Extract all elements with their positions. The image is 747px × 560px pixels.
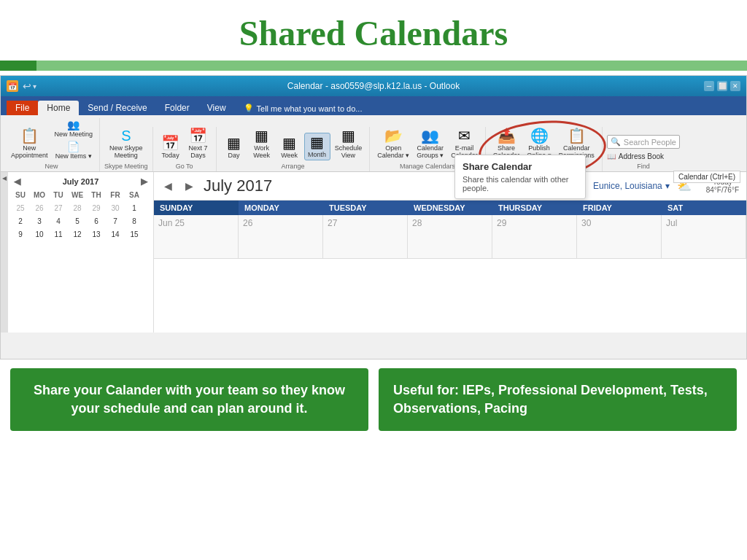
title-bar-left: 📅 ↩ ▾	[7, 80, 36, 92]
workweek-button[interactable]: ▦ WorkWeek	[249, 127, 275, 160]
redo-icon[interactable]: ▾	[33, 82, 36, 90]
ribbon-group-arrange: ▦ Day ▦ WorkWeek ▦ Week ▦ Month	[217, 127, 371, 171]
next7-icon: 📅	[189, 128, 207, 143]
find-group-items: 🔍 Search People 📖 Address Book	[607, 135, 680, 160]
calendar-grid-body: Jun 25 26 27 28 29 30 Jul	[154, 215, 746, 259]
today-button[interactable]: 📅 Today	[158, 134, 184, 160]
close-button[interactable]: ✕	[730, 81, 740, 91]
tab-home[interactable]: Home	[38, 101, 79, 115]
schedule-icon: ▦	[341, 128, 355, 143]
tab-folder[interactable]: Folder	[156, 101, 198, 115]
ribbon-group-skype: S New SkypeMeeting Skype Meeting	[100, 127, 153, 171]
mini-cal-prev[interactable]: ◀	[14, 176, 20, 187]
mini-cal-cell-15[interactable]: 15	[125, 228, 144, 241]
address-book-button[interactable]: 📖 Address Book	[607, 152, 680, 160]
mini-cal-cell-11[interactable]: 11	[49, 228, 68, 241]
goto-group-items: 📅 Today 📅 Next 7Days	[158, 127, 212, 160]
mini-cal-cell-26[interactable]: 26	[30, 201, 49, 214]
mini-cal-day-tu: TU	[49, 188, 68, 201]
cal-cell-jun28[interactable]: 28	[408, 215, 492, 259]
mini-cal-cell-14[interactable]: 14	[106, 228, 125, 241]
cal-header-friday: FRIDAY	[577, 201, 662, 215]
title-section: Shared Calendars	[0, 0, 747, 61]
open-calendar-button[interactable]: 📂 OpenCalendar ▾	[374, 127, 412, 160]
mini-cal-cell-5[interactable]: 5	[68, 214, 87, 228]
mini-cal-cell-7[interactable]: 7	[106, 214, 125, 228]
cal-cell-jun29[interactable]: 29	[492, 215, 577, 259]
color-bar-dark	[0, 61, 36, 71]
cal-header-tuesday: TUESDAY	[323, 201, 408, 215]
calendar-month-title: July 2017	[204, 176, 272, 195]
mini-cal-cell-10[interactable]: 10	[30, 228, 49, 241]
title-bar: 📅 ↩ ▾ Calendar - aso0559@slp.k12.la.us -…	[1, 76, 746, 96]
cal-cell-jun27[interactable]: 27	[323, 215, 408, 259]
schedule-button[interactable]: ▦ ScheduleView	[332, 127, 365, 160]
cal-cell-jul1[interactable]: Jul	[662, 215, 746, 259]
mini-cal-cell-3[interactable]: 3	[30, 214, 49, 228]
new-meeting-button[interactable]: 👥 New Meeting	[53, 118, 96, 139]
location-chevron: ▾	[665, 181, 670, 191]
mini-cal-cell-27[interactable]: 27	[49, 201, 68, 214]
cal-cell-jun30[interactable]: 30	[577, 215, 662, 259]
tab-tell-me[interactable]: 💡 Tell me what you want to do...	[235, 101, 371, 115]
mini-cal-cell-13[interactable]: 13	[87, 228, 106, 241]
page-title: Shared Calendars	[0, 13, 747, 53]
next7-button[interactable]: 📅 Next 7Days	[185, 127, 212, 160]
skype-group-items: S New SkypeMeeting	[107, 127, 146, 160]
mini-cal-cell-28[interactable]: 28	[68, 201, 87, 214]
calendar-day-headers: SUNDAY MONDAY TUESDAY WEDNESDAY THURSDAY…	[154, 201, 746, 215]
calendar-groups-button[interactable]: 👥 CalendarGroups ▾	[414, 127, 446, 160]
mini-cal-cell-29[interactable]: 29	[87, 201, 106, 214]
mini-cal-cell-25[interactable]: 25	[11, 201, 30, 214]
arrange-group-label: Arrange	[281, 163, 304, 170]
mini-cal-day-th: TH	[87, 188, 106, 201]
cal-header-wednesday: WEDNESDAY	[408, 201, 492, 215]
tab-view[interactable]: View	[198, 101, 235, 115]
appointment-label: NewAppointment	[11, 144, 48, 159]
week-button[interactable]: ▦ Week	[276, 134, 303, 160]
tab-send-receive[interactable]: Send / Receive	[79, 101, 155, 115]
cal-prev-button[interactable]: ◀	[161, 180, 175, 192]
skype-group-label: Skype Meeting	[104, 163, 148, 170]
shortcut-text: Calendar (Ctrl+E)	[678, 173, 735, 181]
mini-cal-cell-30[interactable]: 30	[106, 201, 125, 214]
mini-cal-next[interactable]: ▶	[141, 176, 147, 187]
new-appointment-button[interactable]: 📋 NewAppointment	[8, 127, 51, 160]
mini-cal-cell-12[interactable]: 12	[68, 228, 87, 241]
minimize-button[interactable]: ─	[704, 81, 714, 91]
cal-cell-jun25[interactable]: Jun 25	[154, 215, 239, 259]
today-label: Today	[162, 152, 179, 159]
address-book-label: Address Book	[619, 152, 664, 160]
sidebar-container: ◀ ◀ July 2017 ▶ SU MO TU WE TH	[1, 172, 154, 332]
tab-file[interactable]: File	[7, 101, 38, 115]
cal-cell-jun26[interactable]: 26	[239, 215, 323, 259]
search-people-input[interactable]: 🔍 Search People	[607, 135, 680, 149]
new-skype-button[interactable]: S New SkypeMeeting	[107, 127, 146, 160]
cal-next-button[interactable]: ▶	[182, 180, 196, 192]
restore-button[interactable]: ⬜	[717, 81, 727, 91]
search-icon: 🔍	[611, 137, 621, 147]
meeting-icon: 👥	[67, 119, 80, 131]
mini-cal-cell-4[interactable]: 4	[49, 214, 68, 228]
items-icon: 📄	[67, 141, 80, 152]
mini-cal-cell-8[interactable]: 8	[125, 214, 144, 228]
open-cal-icon: 📂	[384, 128, 403, 143]
find-group-label: Find	[637, 163, 650, 170]
calendar-shortcut-label: Calendar (Ctrl+E)	[673, 171, 740, 183]
new-items-button[interactable]: 📄 New Items ▾	[53, 140, 96, 160]
calendar-location[interactable]: Eunice, Louisiana ▾	[593, 181, 670, 191]
schedule-label: ScheduleView	[335, 144, 363, 159]
ribbon-group-find: 🔍 Search People 📖 Address Book Find	[603, 135, 684, 171]
permissions-icon: 📋	[568, 128, 586, 143]
left-panel-text: Share your Calander with your team so th…	[34, 383, 345, 416]
undo-icon[interactable]: ↩	[23, 80, 31, 92]
mini-cal-cell-9[interactable]: 9	[11, 228, 30, 241]
right-panel-text: Useful for: IEPs, Professional Developme…	[393, 383, 708, 416]
day-button[interactable]: ▦ Day	[221, 134, 247, 160]
appointment-icon: 📋	[20, 128, 39, 143]
month-button[interactable]: ▦ Month	[304, 133, 330, 160]
cal-groups-icon: 👥	[421, 128, 439, 143]
mini-cal-cell-2[interactable]: 2	[11, 214, 30, 228]
mini-cal-cell-1[interactable]: 1	[125, 201, 144, 214]
mini-cal-cell-6[interactable]: 6	[87, 214, 106, 228]
